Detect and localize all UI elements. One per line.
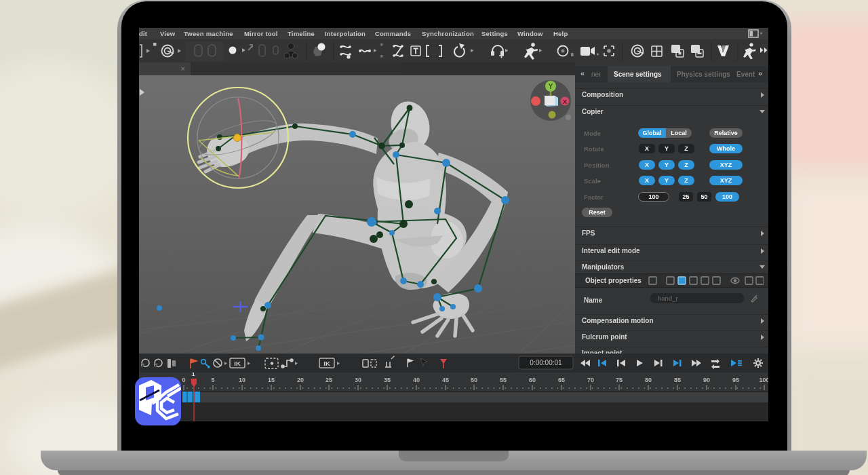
svg-text:80: 80 — [645, 377, 652, 383]
svg-text:45: 45 — [442, 377, 449, 383]
svg-text:0: 0 — [182, 377, 185, 383]
svg-text:IK: IK — [234, 360, 241, 367]
svg-text:25: 25 — [326, 377, 332, 383]
svg-text:5: 5 — [211, 377, 214, 383]
svg-text:50: 50 — [471, 377, 477, 383]
svg-text:X: X — [563, 98, 567, 105]
svg-text:15: 15 — [268, 377, 275, 383]
svg-text:90: 90 — [703, 377, 710, 383]
svg-text:10: 10 — [239, 377, 245, 383]
svg-text:35: 35 — [384, 377, 391, 383]
svg-text:20: 20 — [297, 377, 304, 383]
svg-text:30: 30 — [355, 377, 361, 383]
svg-text:65: 65 — [558, 377, 565, 383]
svg-text:55: 55 — [500, 377, 507, 383]
svg-text:Y: Y — [549, 83, 553, 90]
svg-text:85: 85 — [674, 377, 681, 383]
svg-text:75: 75 — [616, 377, 623, 383]
svg-text:40: 40 — [413, 377, 420, 383]
svg-text:70: 70 — [587, 377, 594, 383]
svg-text:IK: IK — [323, 360, 330, 367]
svg-text:100: 100 — [759, 377, 768, 383]
svg-text:0:00:00:01: 0:00:00:01 — [530, 359, 562, 366]
svg-text:60: 60 — [529, 377, 536, 383]
svg-text:95: 95 — [732, 377, 739, 383]
